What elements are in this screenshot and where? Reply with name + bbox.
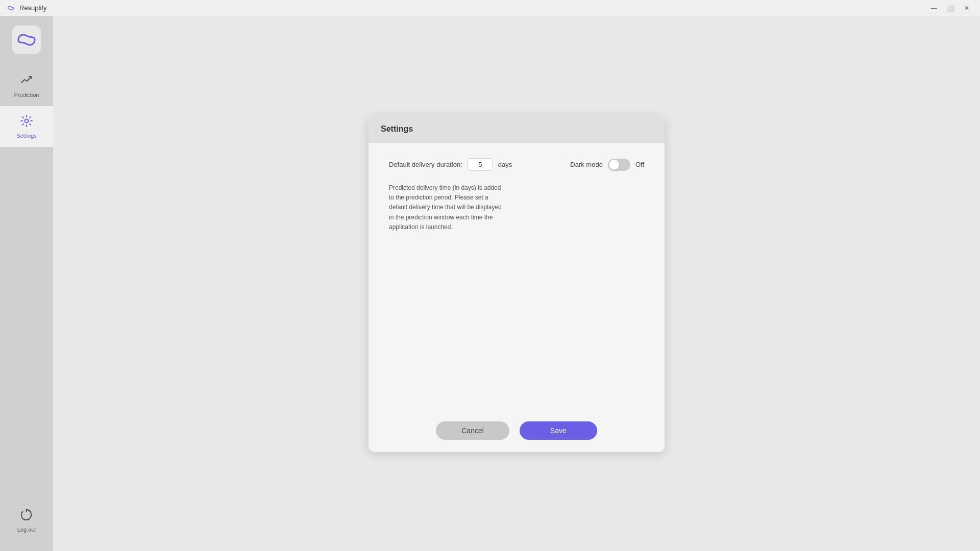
main-layout: Prediction Settings bbox=[0, 16, 980, 551]
delivery-duration-item: Default delivery duration: days bbox=[389, 158, 512, 171]
content-area: Settings Default delivery duration: days… bbox=[53, 16, 980, 551]
delivery-description: Predicted delivery time (in days) is add… bbox=[389, 183, 506, 232]
dialog-body: Default delivery duration: days Dark mod… bbox=[369, 143, 665, 413]
maximize-button[interactable]: ⬜ bbox=[943, 3, 958, 14]
app-title: Resuplify bbox=[19, 4, 46, 12]
dark-mode-label: Dark mode bbox=[570, 161, 603, 168]
cancel-button[interactable]: Cancel bbox=[436, 421, 509, 440]
dark-mode-state: Off bbox=[635, 161, 644, 168]
settings-label: Settings bbox=[16, 133, 37, 139]
toggle-knob bbox=[609, 160, 619, 170]
sidebar-item-prediction[interactable]: Prediction bbox=[0, 65, 53, 106]
title-bar: Resuplify — ⬜ ✕ bbox=[0, 0, 980, 16]
sidebar-item-settings[interactable]: Settings bbox=[0, 106, 53, 147]
close-button[interactable]: ✕ bbox=[960, 3, 974, 14]
svg-point-1 bbox=[25, 119, 29, 123]
dark-mode-toggle[interactable] bbox=[608, 159, 630, 171]
dialog-header: Settings bbox=[369, 115, 665, 143]
logout-label: Log out bbox=[17, 527, 36, 533]
minimize-button[interactable]: — bbox=[927, 3, 941, 14]
app-logo-icon bbox=[6, 4, 15, 13]
delivery-duration-label: Default delivery duration: bbox=[389, 161, 462, 168]
sidebar: Prediction Settings bbox=[0, 16, 53, 551]
settings-row-delivery: Default delivery duration: days Dark mod… bbox=[389, 158, 644, 171]
title-bar-left: Resuplify bbox=[6, 4, 46, 13]
dark-mode-item: Dark mode Off bbox=[570, 159, 644, 171]
delivery-duration-input[interactable] bbox=[468, 158, 493, 171]
svg-rect-0 bbox=[12, 26, 41, 54]
sidebar-item-logout[interactable]: Log out bbox=[0, 500, 53, 541]
save-button[interactable]: Save bbox=[520, 421, 597, 440]
delivery-duration-unit: days bbox=[498, 161, 512, 168]
logo-icon bbox=[12, 26, 41, 54]
dialog-title: Settings bbox=[381, 124, 413, 133]
settings-icon bbox=[20, 114, 33, 131]
logout-icon bbox=[20, 508, 33, 524]
sidebar-logo bbox=[11, 24, 42, 55]
settings-dialog: Settings Default delivery duration: days… bbox=[369, 115, 665, 452]
title-bar-controls: — ⬜ ✕ bbox=[927, 3, 974, 14]
dialog-footer: Cancel Save bbox=[369, 413, 665, 448]
prediction-icon bbox=[20, 73, 33, 90]
prediction-label: Prediction bbox=[14, 92, 39, 98]
sidebar-nav: Prediction Settings bbox=[0, 65, 53, 500]
